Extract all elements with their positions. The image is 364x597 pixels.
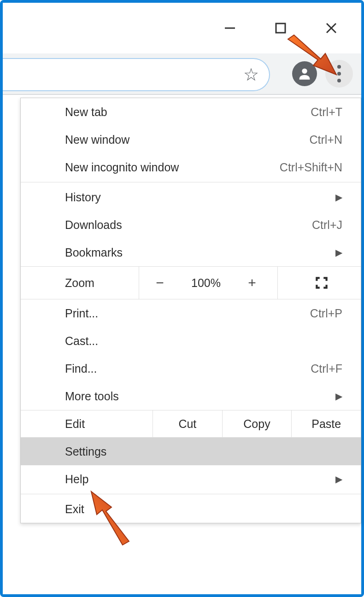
menu-label: Find...	[65, 362, 97, 375]
menu-shortcut: Ctrl+F	[311, 362, 342, 375]
menu-edit-row: Edit Cut Copy Paste	[21, 410, 361, 438]
edit-label: Edit	[21, 410, 153, 437]
menu-label: Settings	[65, 445, 106, 458]
submenu-arrow-icon: ▶	[335, 192, 342, 203]
menu-find[interactable]: Find... Ctrl+F	[21, 355, 361, 382]
dot-icon	[337, 72, 341, 76]
zoom-in-button[interactable]: +	[231, 275, 273, 291]
maximize-button[interactable]	[269, 17, 292, 40]
svg-rect-1	[276, 23, 285, 33]
address-bar[interactable]: ☆	[3, 58, 270, 91]
menu-zoom-row: Zoom − 100% +	[21, 266, 361, 299]
submenu-arrow-icon: ▶	[335, 247, 342, 258]
edit-cut-button[interactable]: Cut	[153, 410, 222, 437]
menu-label: New tab	[65, 105, 107, 119]
zoom-out-button[interactable]: −	[139, 275, 181, 291]
menu-label: New window	[65, 133, 129, 146]
menu-label: Help	[65, 473, 88, 486]
separator	[21, 182, 361, 182]
menu-shortcut: Ctrl+T	[311, 105, 342, 119]
menu-label: More tools	[65, 390, 119, 403]
menu-label: Exit	[65, 503, 84, 516]
menu-label: Bookmarks	[65, 246, 123, 259]
menu-help[interactable]: Help ▶	[21, 465, 361, 493]
person-icon	[297, 66, 312, 82]
more-menu-button[interactable]	[325, 60, 353, 88]
edit-paste-button[interactable]: Paste	[291, 410, 361, 437]
menu-exit[interactable]: Exit	[21, 495, 361, 523]
menu-label: Cast...	[65, 334, 98, 348]
zoom-value: 100%	[181, 276, 231, 290]
separator	[277, 266, 278, 299]
minimize-button[interactable]	[218, 17, 241, 40]
menu-shortcut: Ctrl+N	[309, 133, 342, 146]
edit-copy-button[interactable]: Copy	[222, 410, 292, 437]
menu-shortcut: Ctrl+P	[310, 307, 342, 320]
menu-new-incognito[interactable]: New incognito window Ctrl+Shift+N	[21, 153, 361, 181]
dot-icon	[337, 65, 341, 69]
submenu-arrow-icon: ▶	[335, 474, 342, 485]
menu-cast[interactable]: Cast...	[21, 327, 361, 355]
chrome-menu: New tab Ctrl+T New window Ctrl+N New inc…	[20, 98, 361, 523]
menu-label: Print...	[65, 307, 98, 320]
zoom-label: Zoom	[65, 276, 139, 290]
svg-point-4	[302, 69, 307, 74]
menu-downloads[interactable]: Downloads Ctrl+J	[21, 211, 361, 239]
close-button[interactable]	[320, 17, 343, 40]
menu-shortcut: Ctrl+Shift+N	[280, 161, 342, 174]
menu-new-tab[interactable]: New tab Ctrl+T	[21, 98, 361, 126]
menu-settings[interactable]: Settings	[21, 438, 361, 465]
titlebar	[3, 3, 361, 53]
menu-print[interactable]: Print... Ctrl+P	[21, 299, 361, 327]
menu-new-window[interactable]: New window Ctrl+N	[21, 126, 361, 153]
menu-bookmarks[interactable]: Bookmarks ▶	[21, 239, 361, 266]
menu-shortcut: Ctrl+J	[312, 218, 342, 232]
menu-label: New incognito window	[65, 161, 179, 174]
profile-button[interactable]	[292, 61, 317, 86]
menu-more-tools[interactable]: More tools ▶	[21, 382, 361, 410]
separator	[21, 494, 361, 494]
fullscreen-icon	[314, 275, 329, 291]
menu-label: Downloads	[65, 218, 122, 232]
submenu-arrow-icon: ▶	[335, 391, 342, 402]
bookmark-star-icon[interactable]: ☆	[243, 64, 259, 85]
dot-icon	[337, 79, 341, 82]
fullscreen-button[interactable]	[301, 275, 342, 291]
menu-history[interactable]: History ▶	[21, 183, 361, 211]
menu-label: History	[65, 191, 101, 204]
